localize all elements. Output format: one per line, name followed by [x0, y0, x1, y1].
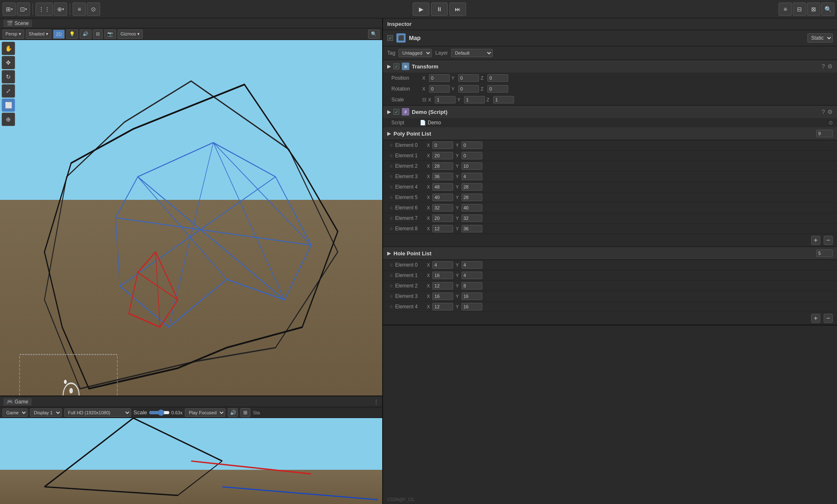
scale-slider[interactable]	[149, 409, 170, 416]
object-name[interactable]: Map	[409, 35, 804, 41]
rotate-tool[interactable]: ↻	[2, 70, 15, 83]
light-btn[interactable]: 💡	[66, 30, 78, 39]
shaded-btn[interactable]: Shaded ▾	[26, 30, 51, 39]
element-x-input[interactable]	[432, 292, 453, 300]
demo-settings-icon[interactable]: ⚙	[827, 108, 833, 115]
element-y-input[interactable]	[461, 194, 482, 201]
tag-select[interactable]: Untagged	[398, 49, 432, 57]
persp-btn[interactable]: Persp ▾	[3, 30, 24, 39]
scl-z-input[interactable]	[493, 96, 514, 103]
demo-script-header[interactable]: ▶ ✓ # Demo (Script) ? ⚙	[383, 106, 837, 118]
move-tool[interactable]: ✥	[2, 56, 15, 69]
element-y-input[interactable]	[461, 183, 482, 191]
element-x-input[interactable]	[432, 162, 453, 170]
transform-enabled[interactable]: ✓	[393, 63, 399, 69]
hole-add-btn[interactable]: +	[811, 314, 820, 323]
pos-z-input[interactable]	[487, 74, 508, 82]
scl-y-input[interactable]	[464, 96, 485, 103]
game-tab[interactable]: 🎮 Game	[3, 398, 32, 406]
search-btn[interactable]: 🔍	[821, 3, 834, 16]
element-x-input[interactable]	[432, 183, 453, 191]
element-x-input[interactable]	[432, 173, 453, 180]
element-x-input[interactable]	[432, 303, 453, 310]
rot-x-input[interactable]	[429, 85, 450, 93]
hole-count-input[interactable]	[816, 249, 833, 257]
script-select-btn[interactable]: ⊙	[829, 120, 833, 126]
settings-icon[interactable]: ⚙	[827, 63, 833, 70]
scale-tool[interactable]: ⤢	[2, 84, 15, 98]
rect-tool[interactable]: ⬜	[2, 98, 15, 112]
element-y-input[interactable]	[461, 141, 482, 149]
element-y-input[interactable]	[461, 225, 482, 232]
panel-options-btn[interactable]: ⋮	[373, 398, 379, 405]
game-label-select[interactable]: Game	[3, 408, 28, 417]
collab-btn[interactable]: ≡	[779, 3, 792, 16]
scl-x-input[interactable]	[435, 96, 456, 103]
element-x-input[interactable]	[432, 204, 453, 212]
layout-btn[interactable]: ⊠	[807, 3, 820, 16]
element-y-input[interactable]	[461, 173, 482, 180]
element-x-input[interactable]	[432, 194, 453, 201]
element-x-input[interactable]	[432, 272, 453, 279]
layer-select[interactable]: Default	[451, 49, 493, 57]
static-dropdown[interactable]: Static	[807, 33, 833, 43]
play-btn[interactable]: ▶	[413, 3, 429, 16]
element-y-input[interactable]	[461, 292, 482, 300]
audio-btn[interactable]: 🔊	[80, 30, 91, 39]
scene-mode-btn[interactable]: ⊞▾	[3, 3, 16, 16]
2d-btn[interactable]: 2D	[53, 30, 65, 39]
element-y-input[interactable]	[461, 204, 482, 212]
element-x-input[interactable]	[432, 261, 453, 269]
element-x-input[interactable]	[432, 214, 453, 222]
transform-header[interactable]: ▶ ✓ ⊕ Transform ? ⚙	[383, 60, 837, 73]
search-scene-btn[interactable]: 🔍	[368, 30, 380, 39]
stats-toggle[interactable]: ⊞	[240, 408, 250, 417]
element-y-input[interactable]	[461, 272, 482, 279]
element-x-input[interactable]	[432, 282, 453, 290]
scene-tab[interactable]: 🎬 Scene	[3, 20, 32, 27]
snap2-btn[interactable]: ⊕▾	[54, 3, 67, 16]
transform-tool[interactable]: ⊕	[2, 113, 15, 126]
rot-z-input[interactable]	[487, 85, 508, 93]
element-x-input[interactable]	[432, 225, 453, 232]
element-x-input[interactable]	[432, 141, 453, 149]
layers-btn[interactable]: ⊟	[793, 3, 806, 16]
gizmos-btn[interactable]: Gizmos ▾	[118, 30, 143, 39]
resolution-select[interactable]: Full HD (1920x1080)	[64, 408, 131, 417]
script-name[interactable]: Demo	[428, 120, 441, 126]
lock-icon[interactable]: ⊟	[422, 97, 426, 103]
element-y-input[interactable]	[461, 261, 482, 269]
object-enabled-checkbox[interactable]: ✓	[387, 35, 393, 41]
poly-remove-btn[interactable]: −	[824, 236, 833, 245]
render-btn[interactable]: ⊙	[87, 3, 100, 16]
element-y-input[interactable]	[461, 282, 482, 290]
rot-y-input[interactable]	[458, 85, 479, 93]
poly-add-btn[interactable]: +	[811, 236, 820, 245]
sound-btn[interactable]: 🔊	[228, 408, 238, 417]
poly-list-header[interactable]: ▶ Poly Point List	[383, 127, 837, 140]
element-y-input[interactable]	[461, 214, 482, 222]
display-select[interactable]: Display 1	[30, 408, 62, 417]
play-mode-select[interactable]: Play Focused	[185, 408, 225, 417]
element-y-input[interactable]	[461, 152, 482, 159]
help-icon[interactable]: ?	[822, 63, 825, 70]
poly-count-input[interactable]	[816, 130, 833, 137]
demo-enabled[interactable]: ✓	[393, 109, 399, 115]
pause-btn[interactable]: ⏸	[431, 3, 448, 16]
pos-y-input[interactable]	[458, 74, 479, 82]
overlay-btn[interactable]: ≡	[73, 3, 86, 16]
element-y-input[interactable]	[461, 303, 482, 310]
demo-help-icon[interactable]: ?	[822, 108, 825, 115]
effects-btn[interactable]: ⊟	[93, 30, 103, 39]
pivot-btn[interactable]: ⊡▾	[17, 3, 30, 16]
hand-tool[interactable]: ✋	[2, 42, 15, 55]
pos-x-input[interactable]	[429, 74, 450, 82]
hole-list-header[interactable]: ▶ Hole Point List	[383, 247, 837, 260]
snap-btn[interactable]: ⋮⋮	[35, 3, 53, 16]
hole-remove-btn[interactable]: −	[824, 314, 833, 323]
camera-btn[interactable]: 📷	[104, 30, 116, 39]
scene-canvas[interactable]: ✋ ✥ ↻ ⤢ ⬜ ⊕	[0, 40, 382, 396]
element-y-input[interactable]	[461, 162, 482, 170]
step-btn[interactable]: ⏭	[449, 3, 466, 16]
element-x-input[interactable]	[432, 152, 453, 159]
